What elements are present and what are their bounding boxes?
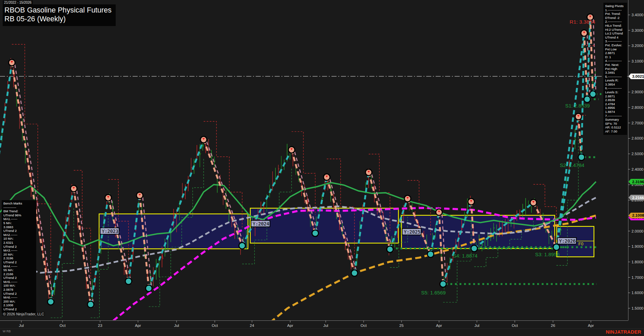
swing-pivots-line: Pvt Low <box>605 47 625 51</box>
time-tick-label: Apr <box>588 323 594 328</box>
bench-marks-line: Bench Marks <box>3 201 34 206</box>
pivot-low-marker <box>584 97 590 102</box>
swing-pivots-line: 5.------------- <box>605 75 625 79</box>
year-box[interactable] <box>401 215 555 248</box>
price-axis[interactable]: 3.40003.30003.20003.10003.00002.90002.80… <box>628 0 644 320</box>
bench-marks-line: 2.6321 <box>3 241 34 245</box>
pivot-low-marker <box>554 244 559 250</box>
swing-pivots-line: HiLo Trend: <box>605 24 625 28</box>
time-tick-label: Oct <box>212 323 218 328</box>
time-tick-label: Oct <box>361 323 367 328</box>
price-chart-canvas[interactable]: R1: 3.3854S1: 2.8539S2: 2.4784S3: 1.8956… <box>0 0 644 336</box>
price-marker-value: 3.0021 <box>632 74 644 78</box>
swing-pivots-line: UTrend 4 <box>605 35 625 40</box>
year-label: Y:2024 <box>253 221 269 226</box>
swing-pivots-line: 2.8871 <box>605 94 625 98</box>
ninjatrader-chart-window: R1: 3.3854S1: 2.8539S2: 2.4784S3: 1.8956… <box>0 0 644 336</box>
pivot-low-marker <box>590 91 596 97</box>
time-axis[interactable]: JulOct23AprJulOct24AprJulOct25AprJulOct2… <box>0 320 644 329</box>
time-tick-label: 23 <box>98 323 102 328</box>
bench-marks-line: 2.1008 <box>3 303 34 307</box>
chart-title-line2: RB 05-26 (Weekly) <box>4 15 112 23</box>
time-tick-label: Jul <box>323 323 328 328</box>
bench-marks-line: MA2.------ <box>3 233 34 237</box>
price-marker-value: 2.2166 <box>632 196 644 200</box>
support-label: S3: 1.8956 <box>535 251 560 257</box>
candle-close-tick <box>552 236 553 237</box>
bench-marks-line: UTrend 2 <box>3 245 34 249</box>
bench-marks-line: MA5.------ <box>3 280 34 284</box>
annotation-labels: R1: 3.3854S1: 2.8539S2: 2.4784S3: 1.8956… <box>100 19 595 295</box>
bench-marks-line: UTrend 2 <box>3 276 34 280</box>
fib-level-label[interactable]: F0 <box>578 242 583 246</box>
swing-pivots-line: 1.------------- <box>605 8 625 12</box>
pivot-low-marker <box>352 270 357 276</box>
price-tick-label: 1.5000 <box>631 306 643 310</box>
swing-pivots-line: 3.3491 <box>605 71 625 75</box>
bench-marks-line: MA3.------ <box>3 248 34 253</box>
price-tick-label: 2.4000 <box>631 167 643 171</box>
swing-pivots-line: Pvt High <box>605 67 625 71</box>
candle-close-tick <box>258 213 259 213</box>
bench-marks-line: 3.0883 <box>3 225 34 229</box>
time-tick-label: 24 <box>250 323 254 328</box>
bench-marks-line: MA1.------ <box>3 217 34 221</box>
chart-title-line1: RBOB Gasoline Physical Futures <box>4 6 112 15</box>
pivot-low-marker <box>579 154 584 160</box>
swing-pivots-line: 6.------------- <box>605 86 625 90</box>
price-tick-label: 2.9000 <box>631 90 643 94</box>
pivot-low-marker <box>387 246 393 252</box>
time-tick-label: Apr <box>436 323 442 328</box>
swing-pivots-line: Pvt. Evolve: <box>605 43 625 47</box>
stop-line-short <box>292 131 315 215</box>
bench-marks-line: MA6.------ <box>3 295 34 299</box>
swing-pivots-line: 7.------------- <box>605 114 625 118</box>
swing-pivots-line: Swing Pivots <box>605 4 625 8</box>
swing-pivots-line: SP's: 70 <box>605 122 625 126</box>
pivot-low-marker <box>126 279 131 284</box>
swing-zigzag <box>0 17 596 305</box>
swing-pivots-line: 1.8956 <box>605 106 625 110</box>
candle-close-tick <box>593 82 594 82</box>
ninjatrader-logo: NINJATRADER <box>606 329 641 335</box>
swing-pivots-line: Pvt. Next: <box>605 63 625 67</box>
year-label: Y:2026 <box>559 238 576 244</box>
swing-pivots-line: 2.4784 <box>605 102 625 106</box>
bench-marks-line: 2.3196 <box>3 256 34 260</box>
swing-pivots-line: 2.------------- <box>605 20 625 24</box>
upswing-line <box>0 63 12 177</box>
bench-marks-line: 200 MA: <box>3 299 34 304</box>
price-tick-label: 1.7000 <box>631 275 643 280</box>
price-tick-label: 3.3000 <box>631 28 643 32</box>
upswing-line <box>51 189 74 302</box>
year-label: Y:2023 <box>102 229 118 234</box>
price-marker-value: 2.3196 <box>632 180 644 184</box>
support-label: S1: 2.8539 <box>565 103 590 109</box>
bench-marks-line: 2.0878 <box>3 288 34 292</box>
price-tick-label: 2.5000 <box>631 152 643 156</box>
swing-pivots-line: 3.------------- <box>605 39 625 43</box>
swing-pivots-line: 3.3854 <box>605 82 625 87</box>
price-tick-label: 1.6000 <box>631 291 643 295</box>
swing-pivots-line: 1.8874 <box>605 110 625 114</box>
bench-marks-line: UTrend 2 <box>3 307 34 311</box>
pivot-low-marker <box>146 286 152 291</box>
support-label: S4: 1.8874 <box>453 253 478 259</box>
price-tick-label: 2.0000 <box>631 229 643 233</box>
support-label: S5: 1.6569 <box>421 290 446 295</box>
bench-marks-line: MA4.------ <box>3 264 34 268</box>
price-tick-label: 1.9000 <box>631 244 643 248</box>
price-tick-label: 2.7000 <box>631 121 643 125</box>
bench-marks-line: BM Trend: <box>3 209 34 213</box>
pivot-low-marker <box>48 299 53 305</box>
swing-pivots-line: 2.8871 <box>605 51 625 55</box>
year-label: Y:2025 <box>404 229 420 235</box>
pivot-low-marker <box>88 302 93 307</box>
swing-pivots-line: Summary <box>605 118 625 122</box>
bench-marks-line: UTrend 2 <box>3 229 34 233</box>
series-watermark: W RB <box>3 330 11 333</box>
copyright-notice: © 2026 NinjaTrader, LLC <box>2 312 45 316</box>
mauve-swing-line <box>77 191 94 307</box>
bench-marks-line: UTrend 96% <box>3 213 34 217</box>
swing-pivots-line: Pvt. Trend: <box>605 12 625 16</box>
